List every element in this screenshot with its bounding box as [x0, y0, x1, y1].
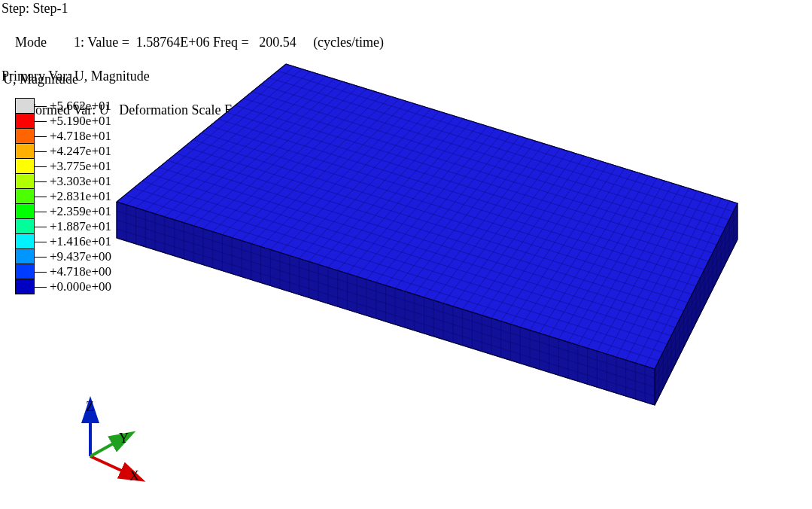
- triad-z-label: Z: [86, 399, 94, 415]
- svg-line-68: [193, 140, 692, 294]
- triad-x-axis: [90, 456, 126, 473]
- legend-tick-label: +5.190e+01: [50, 114, 111, 129]
- svg-line-162: [655, 212, 737, 378]
- svg-line-43: [530, 171, 633, 330]
- svg-line-33: [433, 146, 552, 300]
- legend-swatch: [16, 264, 34, 279]
- svg-line-139: [117, 238, 655, 405]
- svg-line-45: [549, 176, 649, 337]
- legend-tick: +1.887e+01: [35, 219, 111, 234]
- svg-line-48: [578, 184, 673, 346]
- view-triad: Z Y X: [68, 404, 158, 486]
- svg-line-46: [558, 178, 657, 339]
- legend-tick-label: +3.303e+01: [50, 174, 111, 189]
- legend-colorbar: [15, 98, 35, 294]
- svg-line-135: [117, 202, 655, 369]
- legend-tick-mark: [35, 106, 47, 107]
- svg-line-44: [540, 173, 641, 333]
- svg-line-41: [510, 166, 616, 324]
- legend-swatch: [16, 143, 34, 158]
- svg-line-22: [328, 119, 464, 268]
- svg-line-52: [616, 194, 705, 357]
- mode-prefix: Mode 1: Value =: [15, 35, 136, 50]
- legend-tick-label: +9.437e+00: [50, 249, 111, 264]
- svg-line-54: [635, 198, 721, 363]
- freq-value: 200.54: [259, 35, 297, 50]
- legend-title: U, Magnitude: [3, 72, 140, 87]
- legend-tick-mark: [35, 121, 47, 122]
- svg-line-35: [453, 151, 568, 306]
- legend-tick-mark: [35, 151, 47, 152]
- svg-line-165: [655, 239, 737, 405]
- legend-tick-mark: [35, 212, 47, 212]
- legend-tick-mark: [35, 272, 47, 273]
- svg-line-72: [159, 167, 675, 328]
- legend-tick-mark: [35, 227, 47, 227]
- svg-line-76: [125, 195, 658, 361]
- svg-line-77: [117, 202, 655, 369]
- svg-line-55: [645, 201, 729, 366]
- legend-tick-label: +5.662e+01: [50, 99, 111, 114]
- legend: U, Magnitude +5.662e+01+5.190e+01+4.718e…: [0, 72, 140, 294]
- legend-swatch: [16, 279, 34, 294]
- triad-y-axis: [90, 441, 117, 456]
- legend-tick: +3.775e+01: [35, 159, 111, 174]
- legend-swatch: [16, 248, 34, 264]
- svg-line-65: [218, 119, 704, 270]
- svg-line-25: [357, 126, 488, 277]
- svg-line-163: [655, 221, 737, 387]
- freq-prefix: Freq =: [209, 35, 259, 50]
- legend-tick-label: +4.247e+01: [50, 144, 111, 159]
- svg-line-30: [405, 139, 528, 291]
- legend-tick-label: +4.718e+00: [50, 264, 111, 279]
- svg-line-28: [386, 134, 512, 286]
- mesh-side-face: [655, 203, 737, 405]
- legend-tick-label: +1.416e+01: [50, 234, 111, 249]
- legend-swatch: [16, 128, 34, 143]
- svg-line-47: [568, 181, 665, 342]
- legend-tick: +4.247e+01: [35, 144, 111, 159]
- legend-tick-label: +4.718e+01: [50, 129, 111, 144]
- legend-ticks: +5.662e+01+5.190e+01+4.718e+01+4.247e+01…: [35, 98, 140, 294]
- legend-swatch: [16, 158, 34, 173]
- svg-line-34: [443, 148, 560, 303]
- svg-line-53: [626, 196, 713, 360]
- legend-tick: +4.718e+01: [35, 129, 111, 144]
- svg-line-56: [655, 203, 737, 369]
- legend-swatch: [16, 113, 34, 128]
- legend-tick: +0.000e+00: [35, 279, 111, 294]
- legend-tick-label: +2.359e+01: [50, 204, 111, 219]
- dsf-value: +3.534e-01: [266, 102, 329, 117]
- svg-line-42: [520, 169, 625, 328]
- svg-line-50: [597, 188, 689, 351]
- svg-line-51: [607, 190, 697, 354]
- svg-line-20: [309, 114, 447, 261]
- svg-line-161: [655, 203, 737, 369]
- legend-swatch: [16, 233, 34, 248]
- svg-line-164: [655, 230, 737, 396]
- svg-line-29: [395, 136, 519, 288]
- triad-y-label: Y: [119, 431, 129, 447]
- legend-tick-mark: [35, 166, 47, 167]
- legend-tick: +5.662e+01: [35, 99, 111, 114]
- legend-tick-mark: [35, 181, 47, 182]
- svg-line-27: [376, 131, 504, 282]
- freq-units: (cycles/time): [297, 35, 384, 50]
- legend-tick: +4.718e+00: [35, 264, 111, 279]
- svg-line-75: [134, 188, 664, 352]
- mode-value: 1.58764E+06: [136, 35, 210, 50]
- legend-tick: +2.831e+01: [35, 189, 111, 204]
- triad-svg: [68, 404, 158, 486]
- svg-line-70: [176, 154, 684, 311]
- legend-tick: +2.359e+01: [35, 204, 111, 219]
- svg-line-37: [472, 156, 584, 312]
- svg-line-136: [117, 211, 655, 378]
- svg-line-21: [318, 116, 455, 264]
- svg-line-137: [117, 220, 655, 387]
- svg-line-31: [415, 141, 536, 294]
- mesh-front-face: [117, 202, 655, 405]
- svg-line-67: [202, 133, 697, 287]
- legend-tick-label: +1.887e+01: [50, 219, 111, 234]
- legend-swatch: [16, 173, 34, 188]
- legend-tick-label: +0.000e+00: [50, 279, 111, 294]
